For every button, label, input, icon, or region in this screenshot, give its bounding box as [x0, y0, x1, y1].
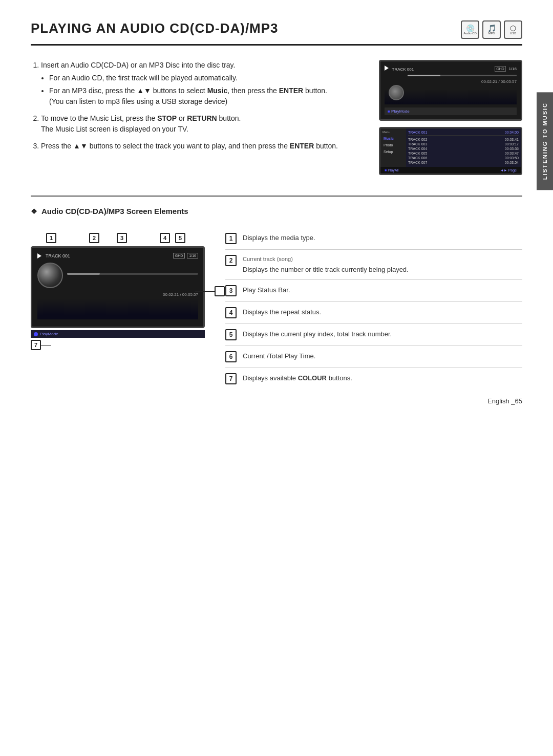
tv-screen-musiclist: Menu Music Photo Setup TRACK 001 00:04:0…	[379, 127, 522, 175]
ann-num-2: 2	[89, 233, 99, 243]
gradient-overlay	[385, 89, 517, 104]
elem-num-5: 5	[225, 329, 237, 340]
element-row-7: 7 Displays available COLOUR buttons.	[225, 368, 522, 390]
ann-num-4: 4	[160, 233, 170, 243]
usb-icon-badge: ⬡ USB	[504, 20, 522, 39]
callout-6-area: 6	[195, 286, 225, 296]
element-row-4: 4 Displays the repeat status.	[225, 302, 522, 324]
elements-descriptions: 1 Displays the media type. 2 Current tra…	[225, 228, 522, 390]
screen-elements-section: Audio CD(CD-DA)/MP3 Screen Elements 1 2 …	[31, 207, 522, 390]
elements-layout: 1 2 3 4 5	[31, 228, 522, 390]
annotation-numbers-top: 1 2 3 4 5	[31, 228, 205, 243]
repeat-badge: GHD	[173, 253, 185, 258]
elem-num-6-desc: 6	[225, 351, 237, 362]
usb-symbol: ⬡	[510, 25, 516, 32]
big-progress-bar	[67, 273, 198, 275]
elem-num-2: 2	[225, 255, 237, 266]
progress-fill	[408, 75, 440, 76]
screen-thumbnails: TRACK 001 GHD 1/16 00:02:21 / 00:05:57	[379, 60, 522, 175]
element-row-3: 3 Play Status Bar.	[225, 280, 522, 302]
track-row-003: TRACK 00300:03:17	[408, 142, 519, 146]
big-disc-image	[37, 263, 63, 288]
elem-text-4: Displays the repeat status.	[243, 307, 321, 317]
tv-list-header: TRACK 001 00:04:00	[408, 131, 519, 136]
menu-label: Menu	[382, 131, 404, 134]
elem-6-text: Current /Total Play Time.	[243, 352, 315, 360]
elem-text-2: Current track (song) Displays the number…	[243, 255, 409, 274]
step-2: To move to the Music List, press the STO…	[41, 113, 364, 135]
tv-list-main-area: TRACK 001 00:04:00 TRACK 00200:03:41 TRA…	[406, 128, 521, 167]
element-row-5: 5 Displays the current play index, total…	[225, 324, 522, 346]
track-count-small: 1/16	[508, 67, 517, 71]
annotated-screen-container: 1 2 3 4 5	[31, 228, 205, 350]
big-progress-fill	[67, 273, 100, 275]
cd-badge: GHD	[495, 66, 506, 72]
step-3: Press the ▲▼ buttons to select the track…	[41, 141, 364, 152]
track-row-006: TRACK 00600:03:50	[408, 156, 519, 160]
elem-text-1: Displays the media type.	[243, 233, 315, 243]
step-1-bullet-1: For an Audio CD, the first track will be…	[49, 73, 364, 83]
screen-elements-title-text: Audio CD(CD-DA)/MP3 Screen Elements	[41, 207, 188, 215]
blue-dot-icon	[34, 332, 38, 336]
elem-2-sub: Current track (song)	[243, 255, 409, 264]
setup-menu-item: Setup	[382, 148, 404, 155]
header-icons: 💿 Audio CD 🎵 MP3 ⬡ USB	[461, 20, 522, 39]
ann-num-7: 7	[31, 340, 41, 350]
callout-7-area: 7	[31, 340, 205, 350]
big-gradient-overlay	[37, 299, 198, 319]
elem-4-text: Displays the repeat status.	[243, 308, 321, 316]
big-tv-play-area: TRACK 001	[37, 253, 70, 258]
page-label: ◄► Page	[500, 168, 517, 172]
big-disc-area	[37, 263, 198, 288]
repeat-badge-small: GHD 1/16	[495, 66, 517, 71]
element-row-6: 6 Current /Total Play Time.	[225, 346, 522, 368]
annotated-screen-wrapper: TRACK 001 GHD 1/16	[31, 246, 205, 350]
callout-6-line	[195, 291, 215, 292]
audio-cd-icon-badge: 💿 Audio CD	[461, 20, 479, 39]
play-indicator-icon: TRACK 001	[385, 66, 414, 72]
playmode-label: PlayMode	[40, 332, 58, 336]
instructions: Insert an Audio CD(CD-DA) or an MP3 Disc…	[31, 60, 364, 175]
section-divider	[31, 196, 522, 197]
page-footer: English _65	[487, 397, 522, 405]
elem-text-3: Play Status Bar.	[243, 285, 290, 295]
element-row-2: 2 Current track (song) Displays the numb…	[225, 250, 522, 280]
track-row-005: TRACK 00500:03:47	[408, 151, 519, 156]
step-1-main: Insert an Audio CD(CD-DA) or an MP3 Disc…	[41, 61, 235, 69]
big-tv-top-row: TRACK 001 GHD 1/16	[37, 253, 198, 258]
track-label-small: TRACK 001	[392, 67, 414, 72]
elem-num-7-desc: 7	[225, 373, 237, 384]
elem-2-text: Displays the number or title track curre…	[243, 266, 409, 273]
play-triangle-icon	[37, 253, 41, 258]
main-content: Insert an Audio CD(CD-DA) or an MP3 Disc…	[31, 60, 522, 175]
usb-label: USB	[510, 32, 516, 35]
time-display-small: 00:02:21 / 00:05:57	[408, 79, 517, 84]
progress-area: 00:02:21 / 00:05:57	[408, 75, 517, 84]
mp3-label: MP3	[488, 32, 495, 35]
tv-bottom-bar-1: ■ PlayMode	[385, 107, 517, 115]
elem-num-1: 1	[225, 233, 237, 244]
tv-disc-area: 00:02:21 / 00:05:57	[385, 75, 517, 105]
track-001-header: TRACK 001	[408, 131, 427, 134]
elem-1-text: Displays the media type.	[243, 234, 315, 242]
big-track-label: TRACK 001	[46, 253, 70, 258]
ann-num-3: 3	[117, 233, 127, 243]
ann-num-5: 5	[175, 233, 185, 243]
elem-3-text: Play Status Bar.	[243, 286, 290, 294]
audio-cd-label: Audio CD	[463, 32, 477, 35]
big-badges-area: GHD 1/16	[171, 253, 198, 258]
disc-image	[389, 85, 404, 100]
usb-badge: 1/16	[187, 253, 198, 258]
big-tv-screen: TRACK 001 GHD 1/16	[31, 246, 205, 328]
step-1-bullet-2: For an MP3 disc, press the ▲▼ buttons to…	[49, 85, 364, 107]
elem-text-5: Displays the current play index, total t…	[243, 329, 392, 339]
tv-list-sidebar: Menu Music Photo Setup	[380, 128, 406, 167]
ann-num-6: 6	[215, 286, 225, 296]
elem-num-4: 4	[225, 307, 237, 318]
ann-nums-group: 1 2 3 4 5	[46, 233, 185, 243]
cd-symbol: 💿	[466, 25, 475, 32]
track-row-007: TRACK 00700:03:54	[408, 160, 519, 165]
mp3-icon-badge: 🎵 MP3	[482, 20, 501, 39]
page-title: PLAYING AN AUDIO CD(CD-DA)/MP3	[31, 20, 279, 36]
progress-bar	[408, 75, 517, 76]
